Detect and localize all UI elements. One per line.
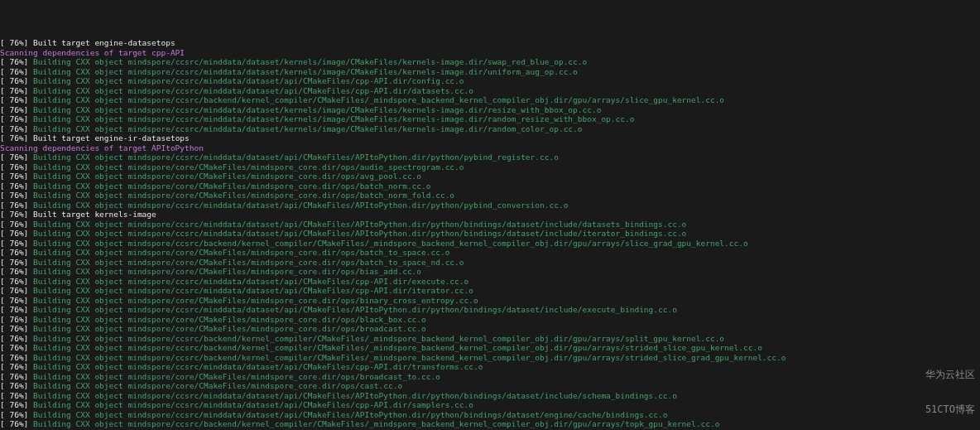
log-line: [ 76%] Built target kernels-image: [0, 210, 980, 220]
log-line: [ 76%] Building CXX object mindspore/cor…: [0, 191, 980, 201]
log-line: [ 76%] Building CXX object mindspore/ccs…: [0, 105, 980, 115]
log-line: [ 76%] Built target engine-ir-datasetops: [0, 133, 980, 143]
log-line: [ 76%] Building CXX object mindspore/ccs…: [0, 201, 980, 210]
log-line: [ 76%] Building CXX object mindspore/cor…: [0, 181, 980, 191]
terminal-output: [ 76%] Built target engine-datasetopsSca…: [0, 38, 980, 430]
log-line: [ 76%] Building CXX object mindspore/ccs…: [0, 400, 980, 410]
watermark: 华为云社区 51CTO博客: [925, 345, 975, 427]
log-line: [ 76%] Building CXX object mindspore/ccs…: [0, 67, 980, 77]
log-line: [ 76%] Building CXX object mindspore/cor…: [0, 324, 980, 334]
log-line: [ 76%] Built target engine-datasetops: [0, 38, 980, 48]
log-line: [ 76%] Building CXX object mindspore/cor…: [0, 162, 980, 172]
log-line: Scanning dependencies of target APItoPyt…: [0, 143, 980, 153]
log-line: [ 76%] Building CXX object mindspore/ccs…: [0, 57, 980, 67]
log-line: [ 76%] Building CXX object mindspore/ccs…: [0, 391, 980, 401]
log-line: Scanning dependencies of target cpp-API: [0, 48, 980, 58]
log-line: [ 76%] Building CXX object mindspore/cor…: [0, 248, 980, 258]
log-line: [ 76%] Building CXX object mindspore/ccs…: [0, 362, 980, 372]
log-line: [ 76%] Building CXX object mindspore/ccs…: [0, 220, 980, 229]
watermark-line2: 51CTO博客: [925, 403, 975, 415]
log-line: [ 76%] Building CXX object mindspore/ccs…: [0, 114, 980, 124]
log-line: [ 76%] Building CXX object mindspore/cor…: [0, 172, 980, 181]
log-line: [ 76%] Building CXX object mindspore/ccs…: [0, 419, 980, 429]
log-line: [ 76%] Building CXX object mindspore/ccs…: [0, 277, 980, 287]
log-line: [ 76%] Building CXX object mindspore/cor…: [0, 296, 980, 306]
log-line: [ 76%] Building CXX object mindspore/cor…: [0, 315, 980, 325]
log-line: [ 76%] Building CXX object mindspore/ccs…: [0, 305, 980, 315]
log-line: [ 76%] Building CXX object mindspore/ccs…: [0, 353, 980, 363]
log-line: [ 76%] Building CXX object mindspore/cor…: [0, 381, 980, 391]
log-line: [ 76%] Building CXX object mindspore/cor…: [0, 258, 980, 268]
log-line: [ 76%] Building CXX object mindspore/cor…: [0, 372, 980, 382]
log-line: [ 76%] Building CXX object mindspore/ccs…: [0, 286, 980, 296]
log-line: [ 76%] Building CXX object mindspore/ccs…: [0, 239, 980, 249]
log-line: [ 76%] Building CXX object mindspore/ccs…: [0, 334, 980, 344]
log-line: [ 76%] Building CXX object mindspore/ccs…: [0, 229, 980, 239]
watermark-line1: 华为云社区: [925, 369, 975, 380]
log-line: [ 76%] Building CXX object mindspore/ccs…: [0, 124, 980, 134]
log-line: [ 76%] Building CXX object mindspore/ccs…: [0, 95, 980, 105]
log-line: [ 76%] Building CXX object mindspore/cor…: [0, 267, 980, 277]
log-line: [ 76%] Building CXX object mindspore/ccs…: [0, 343, 980, 353]
log-line: [ 76%] Building CXX object mindspore/ccs…: [0, 152, 980, 162]
log-line: [ 76%] Building CXX object mindspore/ccs…: [0, 86, 980, 96]
log-line: [ 76%] Building CXX object mindspore/ccs…: [0, 410, 980, 420]
log-line: [ 76%] Building CXX object mindspore/ccs…: [0, 76, 980, 86]
